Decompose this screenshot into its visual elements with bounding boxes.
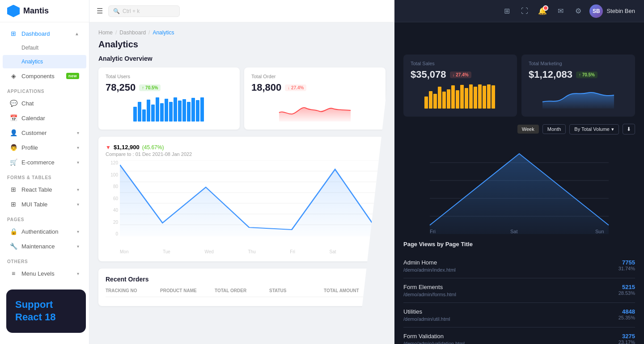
breadcrumb-home[interactable]: Home	[98, 29, 113, 36]
search-box[interactable]: 🔍 Ctrl + k	[108, 5, 180, 17]
btn-volume[interactable]: By Total Volume ▾	[569, 124, 619, 134]
apps-icon[interactable]: ⊞	[500, 4, 513, 18]
nav-label-profile: Profile	[21, 144, 38, 151]
sidebar-logo: Mantis	[0, 0, 89, 22]
svg-rect-12	[187, 102, 191, 122]
btn-month[interactable]: Month	[542, 124, 566, 134]
section-applications: Applications	[0, 84, 89, 96]
svg-rect-4	[151, 105, 155, 122]
nav-label-default: Default	[21, 45, 38, 51]
card-label-order: Total Order	[251, 74, 378, 79]
chevron-up-icon: ▲	[75, 31, 79, 36]
user-profile[interactable]: SB Stebin Ben	[589, 4, 635, 18]
th-product: Product Name	[160, 288, 215, 293]
nav-item-customer[interactable]: 👤 Customer ▾	[3, 126, 86, 140]
income-header: ▼ $1,12,900 (45.67%) Compare to : 01 Dec…	[106, 144, 378, 157]
nav-item-analytics[interactable]: Analytics	[3, 55, 86, 68]
svg-rect-0	[133, 107, 137, 122]
badge-marketing: ↑ 70.5%	[576, 71, 597, 78]
header-light: ☰ 🔍 Ctrl + k	[89, 0, 394, 22]
btn-week[interactable]: Week	[517, 125, 539, 134]
nav-item-dashboard[interactable]: ⊞ Dashboard ▲	[3, 26, 86, 41]
card-total-users: Total Users 78,250 ↑ 70.5%	[98, 67, 240, 130]
breadcrumb-dashboard[interactable]: Dashboard	[119, 29, 146, 36]
th-total-amount: Total Amount	[324, 288, 378, 293]
fullscreen-icon[interactable]: ⛶	[518, 4, 531, 18]
income-overview-section: ▼ $1,12,900 (45.67%) Compare to : 01 Dec…	[98, 137, 386, 261]
chevron-down-icon-6: ▾	[77, 229, 79, 234]
components-icon: ◈	[10, 72, 17, 80]
logo-icon	[7, 5, 20, 17]
notification-bell-icon[interactable]: 🔔	[536, 4, 549, 18]
nav-item-calendar[interactable]: 📅 Calendar	[3, 111, 86, 125]
income-svg	[120, 160, 378, 236]
nav-item-chat[interactable]: 💬 Chat	[3, 96, 86, 110]
svg-rect-8	[169, 102, 173, 122]
support-popup: Support React 18	[6, 289, 86, 333]
svg-rect-30	[456, 90, 459, 109]
search-icon: 🔍	[113, 8, 120, 14]
nav-label-auth: Authentication	[21, 228, 58, 235]
income-compare: Compare to : 01 Dec 2021-08 Jan 2022	[106, 151, 192, 157]
nav-item-mui-table[interactable]: ⊞ MUI Table ▾	[3, 197, 86, 211]
income-controls: Week Month By Total Volume ▾ ⬇	[403, 124, 635, 134]
nav-item-profile[interactable]: 👨 Profile ▾	[3, 140, 86, 155]
nav-item-components[interactable]: ◈ Components new	[3, 69, 86, 83]
area-chart-marketing	[529, 84, 628, 109]
nav-label-react-table: React Table	[21, 186, 52, 193]
svg-rect-27	[442, 92, 446, 109]
nav-item-ecommerce[interactable]: 🛒 E-commerce ▾	[3, 155, 86, 169]
user-avatar: SB	[589, 4, 603, 18]
svg-rect-31	[460, 85, 464, 109]
income-pct: (45.67%)	[142, 144, 164, 151]
svg-rect-34	[474, 87, 477, 109]
badge-users: ↑ 70.5%	[139, 84, 161, 91]
dark-cards-row: Total Sales $35,078 ↓ 27.4%	[403, 55, 635, 117]
mui-table-icon: ⊞	[10, 201, 17, 208]
new-badge: new	[66, 73, 79, 79]
calendar-icon: 📅	[10, 114, 17, 122]
breadcrumb-current: Analytics	[153, 29, 174, 36]
income-line-chart: 120 100 80 60 40 20 0	[106, 160, 378, 254]
dashboard-icon: ⊞	[10, 30, 17, 37]
svg-rect-35	[478, 84, 482, 109]
svg-rect-28	[447, 89, 450, 109]
svg-rect-3	[147, 100, 150, 122]
card-total-marketing: Total Marketing $1,12,083 ↑ 70.5%	[521, 55, 635, 117]
chevron-down-icon-5: ▾	[77, 202, 79, 207]
menu-toggle-button[interactable]: ☰	[97, 7, 103, 15]
user-name: Stebin Ben	[606, 8, 635, 14]
bar-chart-users	[106, 97, 233, 122]
bar-chart-sales	[411, 84, 510, 109]
nav-item-default[interactable]: Default	[3, 41, 86, 55]
y-axis-labels: 120 100 80 60 40 20 0	[106, 160, 118, 236]
card-value-sales: $35,078	[411, 69, 446, 80]
search-placeholder: Ctrl + k	[123, 8, 140, 14]
nav-item-maintenance[interactable]: 🔧 Maintenance ▾	[3, 239, 86, 253]
section-forms-tables: Forms & Tables	[0, 170, 89, 182]
section-pages: Pages	[0, 212, 89, 224]
nav-item-menu-levels[interactable]: ≡ Menu Levels ▾	[3, 266, 86, 281]
btn-download[interactable]: ⬇	[623, 124, 635, 134]
support-popup-text: Support React 18	[15, 298, 77, 324]
dark-income-svg: Fri Sat Sun	[403, 145, 635, 234]
nav-label-menu-levels: Menu Levels	[21, 270, 55, 277]
svg-rect-24	[429, 91, 432, 109]
settings-icon[interactable]: ⚙	[572, 4, 585, 18]
card-total-sales: Total Sales $35,078 ↓ 27.4%	[403, 55, 517, 117]
th-status: Status	[269, 288, 324, 293]
chevron-down-icon-7: ▾	[77, 244, 79, 249]
recent-orders-section: Recent Orders Tracking No Product Name T…	[98, 268, 386, 306]
react-table-icon: ⊞	[10, 186, 17, 193]
nav-item-authentication[interactable]: 🔒 Authentication ▾	[3, 224, 86, 239]
menu-levels-icon: ≡	[10, 270, 17, 277]
nav-item-react-table[interactable]: ⊞ React Table ▾	[3, 182, 86, 197]
income-amount: $1,12,900	[114, 144, 140, 151]
svg-rect-36	[483, 86, 486, 109]
chevron-down-icon-3: ▾	[77, 160, 79, 165]
svg-rect-23	[424, 96, 428, 109]
mail-icon[interactable]: ✉	[554, 4, 567, 18]
nav-label-calendar: Calendar	[21, 115, 45, 122]
svg-text:Sun: Sun	[595, 229, 604, 234]
card-label-users: Total Users	[106, 74, 233, 79]
